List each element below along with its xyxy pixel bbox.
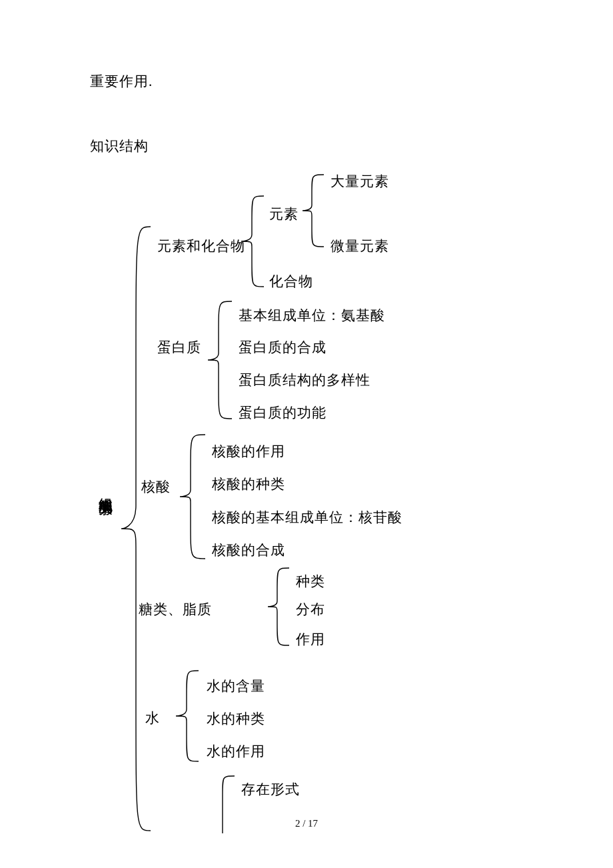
sugar-lipid-brace [267, 567, 293, 647]
nucleic-brace [179, 433, 209, 560]
trace-elements-label: 微量元素 [330, 237, 389, 255]
sl-role-label: 作用 [296, 630, 325, 649]
macro-elements-label: 大量元素 [330, 172, 389, 191]
exist-form-label: 存在形式 [241, 780, 300, 799]
sugar-lipid-label: 糖类、脂质 [139, 600, 212, 619]
document-page: 重要作用. 知识结构 组成细胞的大分子 元素和化合物 蛋白质 核酸 糖类、脂质 … [0, 0, 613, 868]
nucleic-role-label: 核酸的作用 [212, 442, 285, 461]
protein-synth-label: 蛋白质的合成 [239, 338, 326, 357]
elements-compounds-brace [240, 195, 268, 288]
protein-function-label: 蛋白质的功能 [239, 403, 326, 422]
protein-brace [207, 300, 236, 420]
elements-brace [301, 173, 328, 248]
root-brace [120, 225, 156, 832]
nucleic-label: 核酸 [141, 477, 171, 496]
protein-label: 蛋白质 [157, 338, 201, 357]
compounds-label: 化合物 [269, 272, 313, 291]
water-content-label: 水的含量 [207, 677, 265, 695]
elements-label: 元素 [269, 205, 299, 223]
protein-unit-label: 基本组成单位：氨基酸 [239, 306, 385, 325]
sl-dist-label: 分布 [296, 600, 325, 619]
root-label: 组成细胞的大分子 [90, 487, 122, 492]
sl-type-label: 种类 [296, 572, 325, 591]
page-footer: 2 / 17 [0, 818, 613, 829]
nucleic-synth-label: 核酸的合成 [212, 541, 285, 559]
water-brace [175, 669, 203, 763]
elements-compounds-label: 元素和化合物 [157, 237, 245, 255]
water-type-label: 水的种类 [207, 709, 265, 728]
intro-tail-text: 重要作用. [90, 72, 153, 91]
protein-diversity-label: 蛋白质结构的多样性 [239, 371, 370, 389]
nucleic-type-label: 核酸的种类 [212, 475, 285, 493]
water-label: 水 [145, 709, 160, 727]
section-title: 知识结构 [90, 137, 149, 155]
nucleic-unit-label: 核酸的基本组成单位：核苷酸 [212, 508, 402, 527]
water-role-label: 水的作用 [207, 742, 265, 761]
